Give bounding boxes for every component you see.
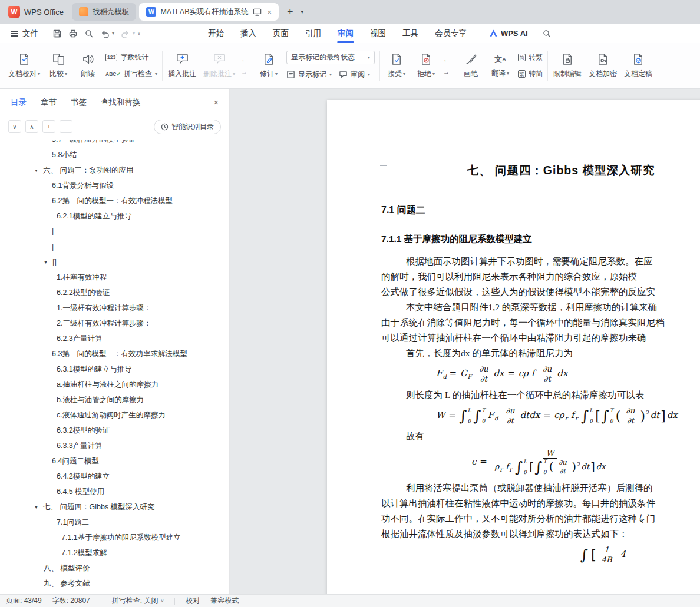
expand-arrow-icon[interactable]: ▼ <box>34 168 43 173</box>
monitor-icon[interactable] <box>253 8 262 16</box>
accept-revision-button[interactable]: 接受▾ <box>382 47 411 85</box>
wps-office-button[interactable]: W WPS Office <box>4 0 72 24</box>
pen-button[interactable]: 画笔 <box>456 47 486 85</box>
toc-item[interactable]: 6.3.2模型的验证 <box>0 423 229 438</box>
spell-check-button[interactable]: ABC✓ 拼写检查▾ <box>105 68 157 80</box>
toc-item[interactable]: 5.8小结 <box>0 147 229 162</box>
print-icon[interactable] <box>68 29 78 38</box>
toc-item[interactable]: 6.3.1模型的建立与推导 <box>0 361 229 377</box>
word-count-button[interactable]: 123 字数统计 <box>105 51 157 64</box>
menu-tab-工具[interactable]: 工具 <box>394 24 427 43</box>
menu-tab-会员专享[interactable]: 会员专享 <box>427 24 475 43</box>
new-tab-button[interactable]: + <box>282 6 299 18</box>
toc-item[interactable]: 6.2第二问的模型一：有效冲程法模型 <box>0 193 229 208</box>
toc-item[interactable]: | <box>0 224 229 239</box>
zoom-out-button[interactable]: − <box>60 120 72 133</box>
undo-dropdown-icon[interactable]: ▾ <box>112 31 114 36</box>
search-icon[interactable] <box>542 29 552 38</box>
smart-toc-button[interactable]: 智能识别目录 <box>154 120 221 134</box>
finalize-document-button[interactable]: 文档定稿 <box>620 47 656 85</box>
toc-item[interactable]: | <box>0 239 229 254</box>
close-sidebar-icon[interactable]: × <box>214 98 219 107</box>
expand-all-button[interactable]: ∧ <box>25 120 38 133</box>
document-canvas[interactable]: 七、 问题四：Gibbs 模型深入研究7.1 问题二7.1.1 基于摩擦功的阻尼… <box>230 89 700 594</box>
previous-revision-icon[interactable]: ← <box>443 57 450 63</box>
collapse-all-button[interactable]: ∨ <box>8 120 21 133</box>
word-count-status[interactable]: 字数: 20807 <box>52 596 90 606</box>
panel-tab-目录[interactable]: 目录 <box>11 97 27 108</box>
menu-tab-引用[interactable]: 引用 <box>297 24 329 43</box>
show-markup-button[interactable]: 显示标记▾ <box>286 68 332 81</box>
accept-revision-icon <box>390 52 404 66</box>
toc-item[interactable]: c.液体通过游动阀时产生的摩擦力 <box>0 407 229 423</box>
toc-item[interactable]: 6.2.2模型的验证 <box>0 285 229 300</box>
panel-tab-书签[interactable]: 书签 <box>71 97 87 108</box>
simplified-to-traditional-button[interactable]: 简 转繁 <box>518 51 543 64</box>
toc-item[interactable]: 6.2.1模型的建立与推导 <box>0 208 229 224</box>
track-changes-button[interactable]: 修订▾ <box>254 47 283 85</box>
panel-tab-查找和替换[interactable]: 查找和替换 <box>101 97 141 108</box>
proofread-status[interactable]: 校对 <box>186 596 200 606</box>
toc-item[interactable]: 6.4问题二模型 <box>0 453 229 469</box>
toc-item[interactable]: 6.2.3产量计算 <box>0 331 229 346</box>
toc-item[interactable]: 6.4.5 模型使用 <box>0 484 229 499</box>
print-preview-icon[interactable] <box>84 29 94 38</box>
toc-item[interactable]: b.液柱与油管之间的摩擦力 <box>0 392 229 407</box>
tab-docer-template[interactable]: 找稻壳模板 <box>72 3 137 21</box>
traditional-to-simplified-button[interactable]: 繁 转简 <box>518 68 543 80</box>
text-line: 由于系统在消除等值阻尼力时，每一个循环中的能量与消除真实阻尼档 <box>381 315 700 330</box>
toc-item[interactable]: 八、 模型评价 <box>0 560 229 576</box>
toc-item[interactable]: 6.1背景分析与假设 <box>0 178 229 193</box>
toc-item[interactable]: 1.柱塞有效冲程 <box>0 270 229 285</box>
toc-item[interactable]: 5.7三级杆油井的模型验证 <box>0 140 229 147</box>
toc-item-label: 6.3第二问的模型二：有效功率求解法模型 <box>52 349 187 359</box>
review-button[interactable]: 审阅▾ <box>339 68 370 81</box>
toc-item[interactable]: 九、 参考文献 <box>0 576 229 591</box>
text-line: 以计算出抽油杆柱在粘性液体中运动时的摩擦功。每口井的抽汲条件 <box>381 496 700 511</box>
undo-icon[interactable] <box>100 29 110 38</box>
restrict-editing-button[interactable]: 限制编辑 <box>550 47 585 85</box>
expand-arrow-icon[interactable]: ▼ <box>44 260 52 264</box>
save-icon[interactable] <box>52 29 62 38</box>
app-name: WPS Office <box>24 8 64 16</box>
toolbar-more-icon[interactable]: ∨ <box>137 31 141 36</box>
toc-item[interactable]: 6.3第二问的模型二：有效功率求解法模型 <box>0 346 229 361</box>
file-menu[interactable]: 文件 <box>7 28 42 39</box>
compare-button[interactable]: 比较▾ <box>44 47 73 85</box>
toc-item[interactable]: 6.3.3产量计算 <box>0 438 229 453</box>
encrypt-document-button[interactable]: 文档加密 <box>585 47 620 85</box>
panel-tab-章节[interactable]: 章节 <box>41 97 57 108</box>
close-tab-icon[interactable]: × <box>267 8 272 16</box>
toc-item[interactable]: ▼六、 问题三：泵功图的应用 <box>0 162 229 178</box>
doc-proofread-button[interactable]: 文档校对▾ <box>5 47 44 85</box>
spellcheck-status[interactable]: 拼写检查: 关闭∨ <box>112 596 164 606</box>
menu-tab-插入[interactable]: 插入 <box>232 24 265 43</box>
next-revision-icon[interactable]: → <box>443 69 450 75</box>
menu-tab-页面[interactable]: 页面 <box>265 24 297 43</box>
menu-tab-视图[interactable]: 视图 <box>362 24 394 43</box>
translate-button[interactable]: 文A 翻译▾ <box>486 47 515 85</box>
wps-ai-button[interactable]: WPS AI <box>489 29 528 38</box>
toc-item[interactable]: ▼|] <box>0 254 229 270</box>
tab-document[interactable]: W MATLAB实现有杆抽油系统的 × <box>139 3 279 21</box>
expand-arrow-icon[interactable]: ▼ <box>34 505 43 509</box>
text-line: 利用将活塞提出泵筒（或脱卸器使抽油杆脱开活塞）后测得的 <box>381 480 700 496</box>
read-aloud-button[interactable]: 朗读 <box>73 47 103 85</box>
toc-item[interactable]: 7.1.1基于摩擦功的阻尼系数模型建立 <box>0 530 229 545</box>
reject-revision-button[interactable]: 拒绝▾ <box>411 47 441 85</box>
toc-item[interactable]: a.抽油杆柱与液柱之间的摩擦力 <box>0 377 229 392</box>
menu-tab-审阅[interactable]: 审阅 <box>329 24 362 43</box>
speaker-icon <box>81 52 95 66</box>
zoom-in-button[interactable]: + <box>42 120 55 133</box>
toc-item[interactable]: 6.4.2模型的建立 <box>0 469 229 484</box>
markup-state-select[interactable]: 显示标记的最终状态▾ <box>286 51 375 64</box>
menu-tab-开始[interactable]: 开始 <box>200 24 232 43</box>
toc-item[interactable]: 7.1.2模型求解 <box>0 545 229 560</box>
toc-item[interactable]: ▼七、 问题四：Gibbs 模型深入研究 <box>0 499 229 515</box>
toc-item-label: 7.1问题二 <box>57 518 89 528</box>
insert-comment-button[interactable]: 插入批注 <box>164 47 200 85</box>
toc-item[interactable]: 2.三级杆有效冲程计算步骤： <box>0 316 229 331</box>
toc-item[interactable]: 7.1问题二 <box>0 515 229 530</box>
tab-list-dropdown-icon[interactable]: ▾ <box>299 9 306 15</box>
toc-item[interactable]: 1.一级杆有效冲程计算步骤： <box>0 300 229 316</box>
